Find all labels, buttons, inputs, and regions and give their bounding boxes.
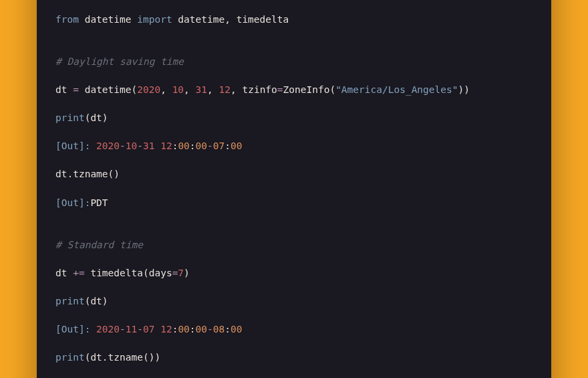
time-part: 00 bbox=[196, 324, 207, 335]
builtin: print bbox=[55, 296, 85, 306]
code-area: from zoneinfo import ZoneInfo from datet… bbox=[37, 0, 551, 378]
tz-part: 00 bbox=[231, 324, 242, 335]
date-part: 07 bbox=[143, 324, 154, 335]
tz-part: 07 bbox=[213, 140, 225, 151]
code-line: print(dt) bbox=[55, 111, 533, 125]
var-name: dt bbox=[55, 84, 73, 95]
number: 31 bbox=[196, 84, 207, 95]
args: (dt) bbox=[85, 112, 108, 123]
operator: = bbox=[73, 84, 79, 95]
space bbox=[154, 324, 160, 335]
date-part: 31 bbox=[143, 140, 154, 151]
args: (dt.tzname()) bbox=[85, 352, 161, 363]
builtin: print bbox=[55, 112, 85, 123]
output-prefix: [Out]: bbox=[55, 324, 96, 335]
output-value: PDT bbox=[90, 197, 108, 208]
import-target: datetime, timedelta bbox=[172, 14, 289, 25]
date-part: 10 bbox=[126, 140, 137, 151]
time-part: 00 bbox=[178, 140, 189, 151]
number: 12 bbox=[219, 84, 231, 95]
output-line: [Out]:PDT bbox=[55, 196, 533, 210]
terminal-window: from zoneinfo import ZoneInfo from datet… bbox=[37, 0, 551, 378]
date-part: 2020 bbox=[96, 324, 120, 335]
colon: : bbox=[190, 324, 196, 335]
space bbox=[154, 140, 160, 151]
output-line: [Out]: 2020-11-07 12:00:00-08:00 bbox=[55, 322, 533, 337]
colon: : bbox=[190, 140, 196, 151]
dash: - bbox=[137, 324, 143, 335]
comment-line: # Daylight saving time bbox=[55, 55, 533, 69]
output-prefix: [Out]: bbox=[55, 197, 90, 208]
paren: )) bbox=[458, 84, 469, 95]
number: 7 bbox=[178, 268, 184, 278]
call: ZoneInfo( bbox=[283, 84, 336, 95]
time-part: 00 bbox=[196, 140, 207, 151]
code-line: dt.tzname() bbox=[55, 167, 533, 181]
sep: , bbox=[207, 84, 218, 95]
sep: , bbox=[160, 84, 172, 95]
dash: - bbox=[120, 140, 126, 151]
args: (dt) bbox=[85, 296, 108, 306]
module-name: datetime bbox=[79, 14, 137, 25]
code-line: dt = datetime(2020, 10, 31, 12, tzinfo=Z… bbox=[55, 83, 533, 97]
dash: - bbox=[207, 324, 213, 335]
output-prefix: [Out]: bbox=[55, 140, 96, 151]
code-line: print(dt) bbox=[55, 294, 533, 308]
kwarg: , tzinfo bbox=[231, 84, 277, 95]
builtin: print bbox=[55, 352, 85, 363]
dash: - bbox=[207, 140, 213, 151]
keyword-from: from bbox=[55, 14, 79, 25]
date-part: 11 bbox=[126, 324, 137, 335]
tz-part: 08 bbox=[213, 324, 225, 335]
number: 2020 bbox=[137, 84, 160, 95]
date-part: 2020 bbox=[96, 140, 120, 151]
call: timedelta(days bbox=[85, 268, 172, 278]
paren: ) bbox=[184, 268, 190, 278]
operator: = bbox=[277, 84, 283, 95]
code-line: dt += timedelta(days=7) bbox=[55, 266, 533, 280]
colon: : bbox=[225, 324, 231, 335]
code-line: from datetime import datetime, timedelta bbox=[55, 13, 533, 27]
code-line: print(dt.tzname()) bbox=[55, 351, 533, 365]
output-line: [Out]: 2020-10-31 12:00:00-07:00 bbox=[55, 139, 533, 153]
operator: += bbox=[73, 268, 84, 278]
keyword-import: import bbox=[137, 14, 172, 25]
var-name: dt bbox=[55, 268, 73, 278]
dash: - bbox=[137, 140, 143, 151]
string: "America/Los_Angeles" bbox=[335, 84, 458, 95]
call: datetime( bbox=[79, 84, 137, 95]
sep: , bbox=[184, 84, 195, 95]
time-part: 12 bbox=[160, 140, 172, 151]
colon: : bbox=[225, 140, 231, 151]
number: 10 bbox=[172, 84, 184, 95]
dash: - bbox=[120, 324, 126, 335]
time-part: 00 bbox=[178, 324, 189, 335]
time-part: 12 bbox=[160, 324, 172, 335]
comment-line: # Standard time bbox=[55, 238, 533, 252]
tz-part: 00 bbox=[231, 140, 242, 151]
